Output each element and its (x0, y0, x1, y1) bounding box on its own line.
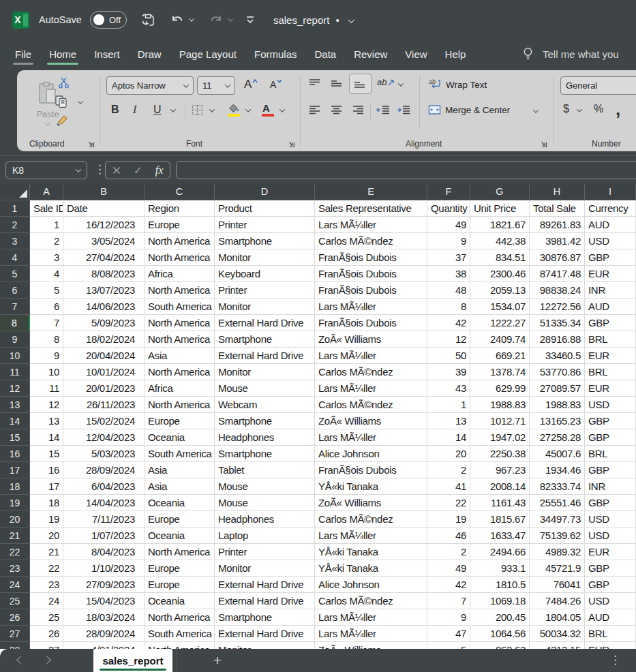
cell-H20[interactable]: 34497.73 (530, 511, 585, 528)
cell-I4[interactable]: GBP (585, 249, 636, 266)
grow-font-button[interactable]: A (244, 78, 258, 91)
column-header-C[interactable]: C (145, 184, 215, 200)
cell-B2[interactable]: 16/12/2023 (63, 217, 145, 233)
cell-I6[interactable]: INR (585, 282, 636, 299)
align-top-button[interactable] (309, 78, 320, 89)
cell-H19[interactable]: 25551.46 (530, 495, 585, 511)
cell-B22[interactable]: 8/04/2023 (63, 544, 145, 560)
cell-I12[interactable]: EUR (585, 380, 636, 397)
cell-E11[interactable]: Carlos MÃ©ndez (315, 364, 427, 380)
cell-A13[interactable]: 12 (30, 397, 63, 413)
cell-D17[interactable]: Tablet (215, 462, 315, 478)
cell-H13[interactable]: 1988.83 (530, 397, 585, 413)
cell-A19[interactable]: 18 (30, 495, 63, 511)
tell-me-search[interactable]: Tell me what you (521, 40, 636, 68)
cell-C19[interactable]: Oceania (145, 495, 215, 511)
cell-F4[interactable]: 37 (427, 249, 470, 266)
row-header-20[interactable]: 20 (0, 511, 30, 528)
cell-F25[interactable]: 7 (427, 593, 470, 609)
cell-E22[interactable]: YÅ«ki Tanaka (315, 544, 427, 560)
font-name-select[interactable]: Aptos Narrow (106, 76, 194, 95)
row-header-22[interactable]: 22 (0, 544, 30, 560)
undo-dropdown-chevron[interactable] (189, 16, 194, 21)
cell-B27[interactable]: 28/09/2024 (63, 626, 145, 642)
cell-E23[interactable]: YÅ«ki Tanaka (315, 560, 427, 577)
cell-B13[interactable]: 26/11/2023 (63, 397, 145, 413)
cell-C3[interactable]: North America (145, 233, 215, 249)
row-header-2[interactable]: 2 (0, 217, 30, 233)
format-painter-button[interactable] (55, 114, 70, 127)
cell-D21[interactable]: Laptop (215, 528, 315, 544)
cell-C17[interactable]: Asia (145, 462, 215, 478)
cell-H11[interactable]: 53770.86 (530, 364, 585, 380)
cell-F13[interactable]: 1 (427, 397, 470, 413)
cell-F10[interactable]: 50 (427, 348, 470, 364)
cell-I22[interactable]: EUR (585, 544, 636, 560)
cell-A6[interactable]: 5 (30, 282, 63, 299)
cell-A10[interactable]: 9 (30, 348, 63, 364)
alignment-dialog-launcher[interactable] (539, 140, 547, 148)
cell-F12[interactable]: 43 (427, 380, 470, 397)
cell-B5[interactable]: 8/08/2023 (63, 266, 145, 282)
row-header-26[interactable]: 26 (0, 609, 30, 626)
decrease-indent-button[interactable] (376, 105, 390, 115)
cell-H4[interactable]: 30876.87 (530, 249, 585, 266)
row-header-28[interactable]: 28 (0, 642, 30, 649)
align-middle-button[interactable] (331, 78, 342, 89)
cell-F6[interactable]: 48 (427, 282, 470, 299)
cell-I8[interactable]: GBP (585, 315, 636, 331)
cell-C22[interactable]: North America (145, 544, 215, 560)
row-header-21[interactable]: 21 (0, 528, 30, 544)
cell-D16[interactable]: Smartphone (215, 446, 315, 462)
cell-H26[interactable]: 1804.05 (530, 609, 585, 626)
cell-E3[interactable]: Carlos MÃ©ndez (315, 233, 427, 249)
cell-I13[interactable]: USD (585, 397, 636, 413)
cell-A28[interactable]: 27 (30, 642, 63, 649)
cell-G25[interactable]: 1069.18 (470, 593, 530, 609)
cell-G15[interactable]: 1947.02 (470, 429, 530, 446)
cell-I18[interactable]: INR (585, 478, 636, 495)
cell-G5[interactable]: 2300.46 (470, 266, 530, 282)
row-header-5[interactable]: 5 (0, 266, 30, 282)
row-header-23[interactable]: 23 (0, 560, 30, 577)
cell-F24[interactable]: 42 (427, 577, 470, 593)
row-header-13[interactable]: 13 (0, 397, 30, 413)
cell-C24[interactable]: Europe (145, 577, 215, 593)
cell-E1[interactable]: Sales Representative (315, 200, 427, 217)
cell-A15[interactable]: 14 (30, 429, 63, 446)
cell-H22[interactable]: 4989.32 (530, 544, 585, 560)
number-format-select[interactable]: General (560, 76, 636, 95)
align-left-button[interactable] (309, 105, 320, 115)
cell-A22[interactable]: 21 (30, 544, 63, 560)
autosave-toggle[interactable]: Off (90, 11, 127, 29)
cell-I1[interactable]: Currency (585, 200, 636, 217)
cell-I23[interactable]: GBP (585, 560, 636, 577)
cell-F14[interactable]: 13 (427, 413, 470, 429)
cell-C28[interactable]: North America (145, 642, 215, 649)
cell-D12[interactable]: Mouse (215, 380, 315, 397)
row-header-17[interactable]: 17 (0, 462, 30, 478)
cell-C10[interactable]: Asia (145, 348, 215, 364)
cell-H14[interactable]: 13165.23 (530, 413, 585, 429)
cell-E15[interactable]: Lars MÃ¼ller (315, 429, 427, 446)
cell-F8[interactable]: 42 (427, 315, 470, 331)
cell-B16[interactable]: 5/03/2023 (63, 446, 145, 462)
cell-B20[interactable]: 7/11/2023 (63, 511, 145, 528)
borders-button[interactable] (192, 104, 203, 116)
cell-B6[interactable]: 13/07/2023 (63, 282, 145, 299)
cell-F1[interactable]: Quantity (427, 200, 470, 217)
cell-B19[interactable]: 14/04/2023 (63, 495, 145, 511)
cell-G10[interactable]: 669.21 (470, 348, 530, 364)
row-header-8[interactable]: 8 (0, 315, 30, 331)
cell-A2[interactable]: 1 (30, 217, 63, 233)
cell-H17[interactable]: 1934.46 (530, 462, 585, 478)
cell-A7[interactable]: 6 (30, 299, 63, 315)
column-header-F[interactable]: F (427, 184, 470, 200)
cell-B25[interactable]: 15/04/2023 (63, 593, 145, 609)
cell-C9[interactable]: North America (145, 331, 215, 348)
cell-E28[interactable]: ZoÃ« Williams (315, 642, 427, 649)
cell-A14[interactable]: 13 (30, 413, 63, 429)
percent-style-button[interactable]: % (594, 103, 603, 115)
cell-H16[interactable]: 45007.6 (530, 446, 585, 462)
cell-G24[interactable]: 1810.5 (470, 577, 530, 593)
